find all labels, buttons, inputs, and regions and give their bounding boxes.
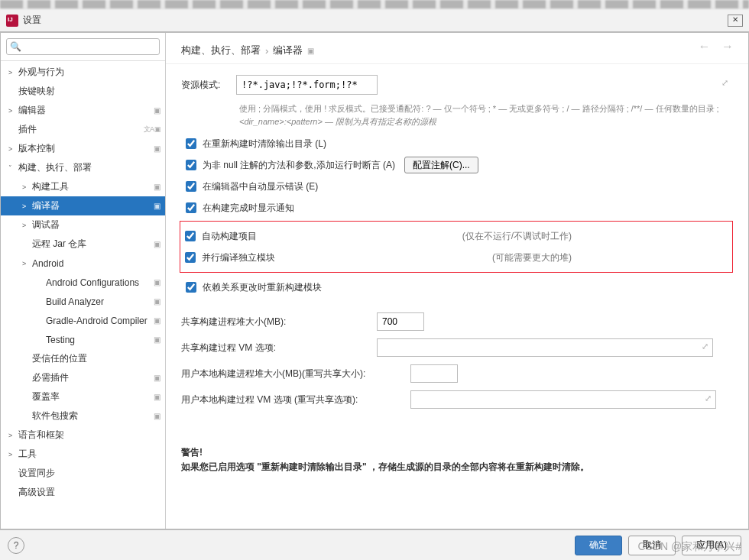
- sidebar-item-label: 外观与行为: [18, 66, 64, 79]
- form-area: 资源模式: 使用 ; 分隔模式，使用 ! 求反模式。已接受通配符: ? — 仅一…: [166, 64, 748, 529]
- module-tag-icon: ▣: [154, 374, 160, 382]
- show-errors-checkbox[interactable]: [186, 181, 196, 192]
- warning-body: 如果您已启用选项 "重新构建时清除输出目录" ，存储生成源的目录的全部内容将在重…: [181, 461, 589, 472]
- rebuild-on-dep-checkbox[interactable]: [186, 282, 196, 293]
- show-errors-label: 在编辑器中自动显示错误 (E): [203, 180, 318, 193]
- expand-arrow-icon: >: [8, 107, 18, 115]
- sidebar-item-15[interactable]: 受信任的位置: [1, 349, 165, 368]
- nav-back-icon[interactable]: ←: [699, 40, 711, 53]
- sidebar-item-label: Testing: [46, 335, 75, 345]
- sidebar-item-label: 编译器: [32, 199, 60, 212]
- sidebar-item-label: 软件包搜索: [32, 409, 78, 422]
- module-tag-icon: ▣: [154, 335, 160, 344]
- sidebar-item-4[interactable]: >版本控制▣: [1, 139, 165, 158]
- menu-bar: [0, 0, 749, 9]
- heap-size-input[interactable]: [377, 312, 424, 331]
- sidebar-item-16[interactable]: 必需插件▣: [1, 368, 165, 387]
- sidebar-item-12[interactable]: Build Analyzer▣: [1, 292, 165, 311]
- sidebar-item-10[interactable]: >Android: [1, 254, 165, 273]
- sidebar-item-19[interactable]: >语言和框架: [1, 426, 165, 445]
- highlighted-options-box: 自动构建项目 (仅在不运行/不调试时工作) 并行编译独立模块 (可能需要更大的堆…: [180, 221, 733, 273]
- ok-button[interactable]: 确定: [575, 536, 622, 555]
- expand-arrow-icon: >: [8, 451, 18, 458]
- show-notification-label: 在构建完成时显示通知: [203, 202, 294, 215]
- resource-pattern-label: 资源模式:: [181, 79, 236, 92]
- user-heap-input[interactable]: [410, 364, 458, 383]
- close-button[interactable]: ✕: [728, 15, 743, 27]
- module-tag-icon: ▣: [154, 297, 160, 306]
- settings-tree[interactable]: >外观与行为按键映射>编辑器▣插件文A ▣>版本控制▣˅构建、执行、部署>构建工…: [1, 61, 165, 529]
- configure-annotations-button[interactable]: 配置注解(C)...: [404, 157, 478, 173]
- user-vm-input[interactable]: [410, 390, 716, 409]
- sidebar-item-3[interactable]: 插件文A ▣: [1, 120, 165, 139]
- sidebar-item-label: 受信任的位置: [32, 352, 87, 365]
- null-assert-label: 为非 null 注解的方法和参数,添加运行时断言 (A): [203, 159, 395, 172]
- sidebar-item-13[interactable]: Gradle-Android Compiler▣: [1, 311, 165, 330]
- parallel-compile-label: 并行编译独立模块: [202, 251, 275, 264]
- sidebar-item-22[interactable]: 高级设置: [1, 483, 165, 502]
- module-tag-icon: ▣: [154, 240, 160, 248]
- sidebar-item-20[interactable]: >工具: [1, 445, 165, 464]
- sidebar-item-label: 覆盖率: [32, 390, 60, 403]
- window-title: 设置: [23, 14, 728, 27]
- title-bar: 设置 ✕: [0, 9, 749, 32]
- dialog-footer: ? 确定 取消 应用(A): [0, 529, 749, 560]
- clear-output-checkbox[interactable]: [186, 138, 196, 149]
- sidebar-item-1[interactable]: 按键映射: [1, 82, 165, 101]
- vm-options-label: 共享构建过程 VM 选项:: [181, 342, 377, 354]
- search-container: 🔍: [1, 33, 165, 61]
- sidebar-item-9[interactable]: 远程 Jar 仓库▣: [1, 235, 165, 254]
- nav-arrows: ← →: [691, 40, 734, 53]
- expand-arrow-icon: >: [22, 260, 32, 267]
- search-input[interactable]: [6, 38, 160, 55]
- sidebar-item-5[interactable]: ˅构建、执行、部署: [1, 158, 165, 177]
- auto-build-checkbox[interactable]: [185, 231, 196, 241]
- user-heap-label: 用户本地构建进程堆大小(MB)(重写共享大小):: [181, 367, 410, 380]
- parallel-compile-checkbox[interactable]: [185, 252, 196, 263]
- pattern-hint: 使用 ; 分隔模式，使用 ! 求反模式。已接受通配符: ? — 仅一个符号 ; …: [239, 102, 733, 128]
- nav-forward-icon[interactable]: →: [721, 40, 734, 53]
- sidebar-item-8[interactable]: >调试器: [1, 215, 165, 235]
- help-button[interactable]: ?: [8, 537, 24, 554]
- auto-build-note: (仅在不运行/不调试时工作): [462, 230, 732, 243]
- sidebar-item-17[interactable]: 覆盖率▣: [1, 387, 165, 406]
- warning-title: 警告!: [181, 447, 203, 458]
- rebuild-on-dep-label: 依赖关系更改时重新构建模块: [203, 281, 322, 294]
- sidebar-item-label: 版本控制: [18, 142, 55, 155]
- sidebar-item-label: 必需插件: [32, 371, 69, 384]
- sidebar: 🔍 >外观与行为按键映射>编辑器▣插件文A ▣>版本控制▣˅构建、执行、部署>构…: [1, 33, 166, 529]
- sidebar-item-label: Android: [32, 258, 63, 269]
- heap-size-label: 共享构建进程堆大小(MB):: [181, 316, 377, 329]
- user-vm-label: 用户本地构建过程 VM 选项 (重写共享选项):: [181, 393, 410, 406]
- parallel-compile-note: (可能需要更大的堆): [492, 251, 732, 264]
- resource-pattern-input[interactable]: [236, 75, 378, 95]
- module-tag-icon: ▣: [154, 144, 160, 153]
- sidebar-item-7[interactable]: >编译器▣: [1, 196, 165, 215]
- sidebar-item-14[interactable]: Testing▣: [1, 330, 165, 349]
- vm-options-input[interactable]: [377, 338, 713, 357]
- sidebar-item-label: 远程 Jar 仓库: [32, 238, 86, 251]
- expand-arrow-icon: >: [8, 432, 18, 439]
- module-tag-icon: ▣: [307, 47, 314, 55]
- breadcrumb-parent[interactable]: 构建、执行、部署: [181, 44, 261, 57]
- sidebar-item-21[interactable]: 设置同步: [1, 464, 165, 483]
- null-assert-checkbox[interactable]: [186, 160, 196, 170]
- apply-button[interactable]: 应用(A): [682, 536, 741, 555]
- lang-tag-icon: 文A ▣: [144, 125, 160, 134]
- show-notification-checkbox[interactable]: [186, 202, 196, 213]
- content-panel: 构建、执行、部署 › 编译器 ▣ ← → 资源模式: 使用 ; 分隔模式，使用 …: [166, 33, 748, 529]
- app-icon: [6, 15, 18, 27]
- sidebar-item-label: 按键映射: [18, 85, 55, 98]
- sidebar-item-11[interactable]: Android Configurations▣: [1, 273, 165, 292]
- sidebar-item-18[interactable]: 软件包搜索▣: [1, 406, 165, 426]
- module-tag-icon: ▣: [154, 202, 160, 210]
- sidebar-item-6[interactable]: >构建工具▣: [1, 177, 165, 196]
- sidebar-item-label: Gradle-Android Compiler: [46, 316, 148, 326]
- sidebar-item-0[interactable]: >外观与行为: [1, 63, 165, 82]
- expand-arrow-icon: ˅: [8, 164, 18, 172]
- sidebar-item-label: 构建、执行、部署: [18, 161, 92, 174]
- module-tag-icon: ▣: [154, 412, 160, 420]
- sidebar-item-2[interactable]: >编辑器▣: [1, 101, 165, 120]
- cancel-button[interactable]: 取消: [628, 536, 676, 555]
- sidebar-item-label: 高级设置: [18, 486, 55, 499]
